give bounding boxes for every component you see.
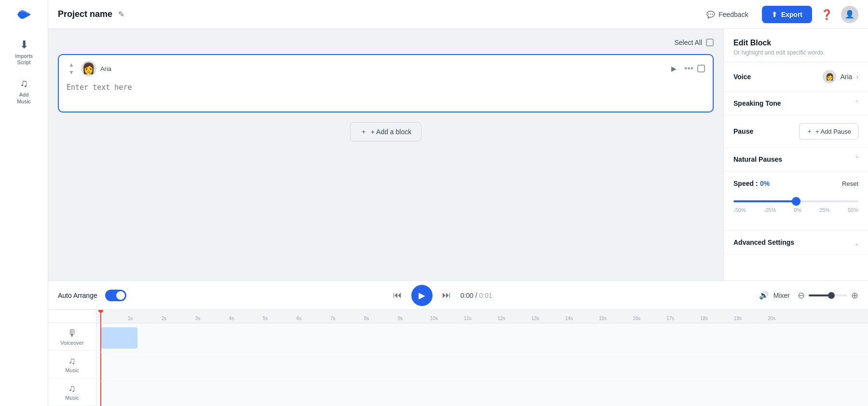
timeline-cursor-head xyxy=(98,310,103,313)
block-play-button[interactable]: ▶ xyxy=(667,62,680,75)
pause-label: Pause xyxy=(733,127,753,135)
speed-mark-4: 25% xyxy=(819,207,830,213)
feedback-button[interactable]: 💬 Feedback xyxy=(699,7,756,22)
music2-cursor xyxy=(100,381,101,406)
timeline-track-music-2[interactable]: ♫ Music xyxy=(48,378,96,406)
right-panel: Edit Block Or highlight and edit specifi… xyxy=(723,29,868,280)
time-display: 0:00 / 0:01 xyxy=(461,292,492,299)
block-more-button[interactable]: ••• xyxy=(684,64,693,74)
speed-reset-button[interactable]: Reset xyxy=(842,180,858,187)
sidebar: ⬇ ImportsScript ♫ AddMusic xyxy=(0,0,48,406)
volume-slider[interactable] xyxy=(809,294,847,296)
music1-track-label: Music xyxy=(65,367,79,373)
timeline-ruler: 1s 2s 3s 4s 5s 6s 7s 8s 9s 10s 11s 12s 1… xyxy=(96,310,868,323)
advanced-settings-section[interactable]: Advanced Settings ˅ xyxy=(724,231,868,254)
play-icon: ▶ xyxy=(419,290,425,301)
sidebar-music-label: AddMusic xyxy=(17,92,31,104)
timeline-track-music-1[interactable]: ♫ Music xyxy=(48,350,96,378)
speed-mark-1: -50% xyxy=(733,207,746,213)
timeline-sidebar: 🎙 Voiceover ♫ Music ♫ Music xyxy=(48,310,96,406)
right-panel-header: Edit Block Or highlight and edit specifi… xyxy=(724,29,868,62)
sidebar-item-add-music[interactable]: ♫ AddMusic xyxy=(5,72,43,109)
playback-bar: Auto Arrange ⏮ ▶ ⏭ 0:00 / 0:01 🔊 Mixer xyxy=(48,280,868,309)
edit-title-icon[interactable]: ✎ xyxy=(118,10,124,19)
skip-back-icon: ⏮ xyxy=(393,290,402,300)
natural-pauses-section[interactable]: Natural Pauses ˅ xyxy=(724,148,868,171)
sidebar-item-imports[interactable]: ⬇ ImportsScript xyxy=(5,34,43,70)
block-checkbox[interactable] xyxy=(697,65,705,72)
ruler-tick-6: 6s xyxy=(297,316,302,321)
zoom-in-icon: ⊕ xyxy=(851,291,858,300)
voiceover-track-icon: 🎙 xyxy=(68,328,77,339)
sidebar-imports-label: ImportsScript xyxy=(15,53,33,66)
skip-back-button[interactable]: ⏮ xyxy=(393,290,402,300)
voiceover-block[interactable] xyxy=(101,327,137,349)
add-block-label: + Add a block xyxy=(371,128,411,136)
add-pause-button[interactable]: ＋ + Add Pause xyxy=(799,123,858,140)
zoom-out-button[interactable]: ⊖ xyxy=(798,290,805,301)
export-label: Export xyxy=(781,11,802,18)
speed-label: Speed : xyxy=(733,180,758,187)
voiceover-track-row xyxy=(96,323,868,352)
add-pause-plus-icon: ＋ xyxy=(806,127,813,136)
voice-row: Voice 👩 Aria › xyxy=(733,70,858,84)
zoom-in-button[interactable]: ⊕ xyxy=(851,290,858,301)
timeline-track-voiceover[interactable]: 🎙 Voiceover xyxy=(48,323,96,350)
block-up-button[interactable]: ▲ xyxy=(67,61,76,68)
help-button[interactable]: ❓ xyxy=(818,6,835,23)
zoom-out-icon: ⊖ xyxy=(798,291,805,300)
skip-forward-button[interactable]: ⏭ xyxy=(442,290,451,300)
block-text-input[interactable] xyxy=(67,80,705,106)
play-pause-button[interactable]: ▶ xyxy=(411,285,433,306)
export-icon: ⬆ xyxy=(772,11,777,18)
user-avatar[interactable]: 👤 xyxy=(841,6,858,23)
playback-controls: ⏮ ▶ ⏭ 0:00 / 0:01 xyxy=(134,285,751,306)
voice-selector[interactable]: 👩 Aria › xyxy=(823,70,858,84)
music1-track-row xyxy=(96,352,868,381)
speaker-icon: 🔊 xyxy=(759,291,769,300)
voice-label: Voice xyxy=(733,73,751,81)
ruler-tick-16: 16s xyxy=(633,316,640,321)
add-block-plus-icon: ＋ xyxy=(360,127,367,136)
skip-forward-icon: ⏭ xyxy=(442,290,451,300)
timeline-main: 1s 2s 3s 4s 5s 6s 7s 8s 9s 10s 11s 12s 1… xyxy=(96,310,868,406)
ruler-tick-9: 9s xyxy=(398,316,403,321)
ruler-tick-5: 5s xyxy=(263,316,268,321)
advanced-chevron-up-icon: ˅ xyxy=(855,238,858,246)
ruler-tick-7: 7s xyxy=(330,316,336,321)
script-editor: Select All ▲ ▼ 👩 Aria ▶ ••• xyxy=(48,29,723,280)
header: Project name ✎ 💬 Feedback ⬆ Export ❓ 👤 xyxy=(48,0,868,29)
main-content: Project name ✎ 💬 Feedback ⬆ Export ❓ 👤 S… xyxy=(48,0,868,406)
add-block-button[interactable]: ＋ + Add a block xyxy=(350,122,421,141)
voiceover-cursor xyxy=(100,323,101,352)
right-panel-title: Edit Block xyxy=(733,39,858,47)
timeline-area: 🎙 Voiceover ♫ Music ♫ Music 1s 2s 3s xyxy=(48,309,868,406)
block-header: ▲ ▼ 👩 Aria ▶ ••• xyxy=(67,61,705,76)
ruler-tick-13: 13s xyxy=(531,316,539,321)
time-total: 0:01 xyxy=(479,292,492,299)
right-panel-subtitle: Or highlight and edit specific words. xyxy=(733,49,858,56)
script-block: ▲ ▼ 👩 Aria ▶ ••• xyxy=(58,54,714,112)
time-separator: / xyxy=(475,292,479,299)
block-down-button[interactable]: ▼ xyxy=(67,69,76,76)
ruler-tick-14: 14s xyxy=(565,316,573,321)
ruler-tick-12: 12s xyxy=(498,316,505,321)
export-button[interactable]: ⬆ Export xyxy=(762,6,812,23)
editor-area: Select All ▲ ▼ 👩 Aria ▶ ••• xyxy=(48,29,868,280)
voice-section: Voice 👩 Aria › xyxy=(724,62,868,92)
speaking-tone-section[interactable]: Speaking Tone ˅ xyxy=(724,92,868,115)
voice-selector-icon: 👩 xyxy=(826,73,834,81)
app-logo xyxy=(14,5,34,24)
avatar-icon: 👤 xyxy=(845,10,854,19)
voice-chevron-right-icon: › xyxy=(856,73,858,81)
voice-selector-avatar: 👩 xyxy=(823,70,836,84)
pause-row: Pause ＋ + Add Pause xyxy=(733,123,858,140)
select-all-checkbox[interactable] xyxy=(706,39,714,46)
speed-slider[interactable] xyxy=(733,200,858,202)
auto-arrange-toggle[interactable] xyxy=(105,290,126,301)
auto-arrange-label: Auto Arrange xyxy=(58,292,97,299)
speaking-tone-chevron-icon: ˅ xyxy=(855,99,858,107)
music2-track-icon: ♫ xyxy=(68,383,76,394)
advanced-settings-label: Advanced Settings xyxy=(733,238,794,246)
ruler-tick-10: 10s xyxy=(430,316,438,321)
